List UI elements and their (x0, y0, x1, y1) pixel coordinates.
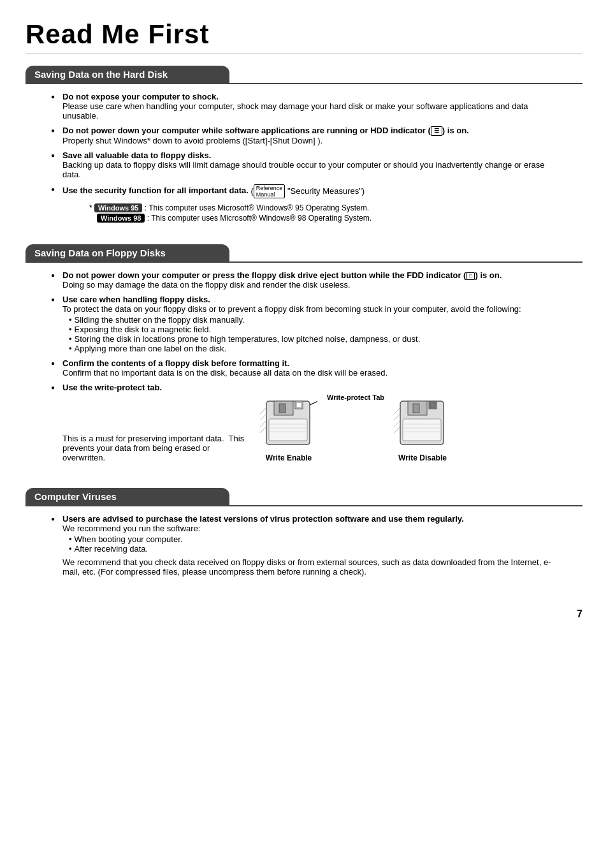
virus-extra-body: We recommend that you check data receive… (62, 557, 563, 577)
write-disable-svg (394, 395, 451, 449)
floppy-images: Write-protect Tab Write Enable (260, 395, 451, 462)
write-protect-text: This is a must for preserving important … (62, 434, 254, 462)
svg-line-25 (394, 420, 400, 427)
reference-icon: ReferenceManual (254, 184, 286, 198)
windows98-badge: Windows 98 (97, 214, 145, 223)
bullet-title: Users are advised to purchase the latest… (62, 514, 464, 524)
windows95-text: : This computer uses Microsoft® Windows®… (145, 203, 369, 212)
write-enable-label: Write Enable (260, 453, 317, 462)
section-floppy-header: Saving Data on Floppy Disks (25, 244, 229, 261)
list-item: Confirm the contents of a floppy disk be… (51, 358, 563, 378)
viruses-sub-bullets: When booting your computer. After receiv… (62, 534, 563, 554)
write-enable-diagram: Write-protect Tab (260, 395, 317, 451)
svg-line-12 (260, 427, 266, 433)
list-item: Save all valuable data to floppy disks. … (51, 151, 563, 179)
page-number: 7 (25, 608, 583, 620)
write-disable-diagram (394, 395, 451, 451)
svg-rect-17 (403, 419, 441, 441)
list-item: Do not power down your computer or press… (51, 270, 563, 290)
section-hard-disk-header: Saving Data on the Hard Disk (25, 66, 229, 83)
svg-line-13 (310, 400, 317, 405)
bullet-title: Use care when handling floppy disks. (62, 295, 210, 304)
floppy-bullets: Do not power down your computer or press… (51, 270, 563, 462)
bullet-body: We recommend you run the software: (62, 524, 201, 533)
section-viruses-header: Computer Viruses (25, 488, 229, 505)
svg-line-11 (260, 420, 266, 427)
svg-line-10 (260, 414, 266, 420)
svg-line-26 (394, 427, 400, 433)
windows98-note: Windows 98 : This computer uses Microsof… (89, 214, 563, 223)
svg-line-23 (394, 408, 400, 414)
bullet-title: Use the security function for all import… (62, 186, 249, 196)
bullet-body: Backing up data to floppy disks will lim… (62, 160, 545, 179)
svg-rect-8 (296, 402, 301, 408)
bullet-body: Doing so may damage the data on the flop… (62, 280, 351, 290)
list-item: When booting your computer. (69, 534, 563, 544)
section-computer-viruses: Computer Viruses Users are advised to pu… (25, 488, 583, 589)
section-floppy-disks: Saving Data on Floppy Disks Do not power… (25, 244, 583, 475)
bullet-title: Do not power down your computer or press… (62, 270, 502, 280)
write-enable-svg (260, 395, 317, 449)
svg-rect-22 (430, 402, 435, 408)
list-item: After receiving data. (69, 544, 563, 554)
bullet-title: Save all valuable data to floppy disks. (62, 151, 211, 160)
bullet-body: To protect the data on your floppy disks… (62, 304, 521, 314)
list-item: Use the security function for all import… (51, 184, 563, 198)
bullet-body: Confirm that no important data is on the… (62, 368, 387, 378)
bullet-title: Do not power down your computer while so… (62, 126, 469, 135)
list-item: Users are advised to purchase the latest… (51, 514, 563, 577)
bullet-body: Properly shut Windows* down to avoid pro… (62, 136, 322, 145)
list-item: Applying more than one label on the disk… (69, 344, 563, 353)
svg-rect-16 (413, 404, 419, 413)
windows95-badge: Windows 95 (94, 203, 142, 212)
windows-notes: * Windows 95 : This computer uses Micros… (51, 203, 563, 223)
bullet-title: Use the write-protect tab. (62, 383, 162, 392)
list-item: Use the write-protect tab. This is a mus… (51, 383, 563, 462)
write-disable-label: Write Disable (394, 453, 451, 462)
svg-line-9 (260, 408, 266, 414)
viruses-bullets: Users are advised to purchase the latest… (51, 514, 563, 577)
write-disable-item: Write Disable (394, 395, 451, 462)
top-divider (25, 54, 583, 54)
section-hard-disk: Saving Data on the Hard Disk Do not expo… (25, 66, 583, 232)
list-item: Do not power down your computer while so… (51, 126, 563, 145)
svg-line-24 (394, 414, 400, 420)
bullet-body: Please use care when handling your compu… (62, 101, 528, 121)
bullet-title: Do not expose your computer to shock. (62, 92, 219, 101)
list-item: Sliding the shutter on the floppy disk m… (69, 315, 563, 325)
bullet-title: Confirm the contents of a floppy disk be… (62, 358, 289, 368)
section-floppy-body: Do not power down your computer or press… (25, 261, 583, 475)
page-title: Read Me First (25, 19, 583, 50)
fdd-indicator-icon: □ (466, 272, 475, 280)
hdd-indicator-icon: ☰ (431, 126, 442, 136)
windows95-note: * Windows 95 : This computer uses Micros… (89, 203, 563, 212)
list-item: Use care when handling floppy disks. To … (51, 295, 563, 353)
write-enable-item: Write-protect Tab Write Enable (260, 395, 317, 462)
floppy-diagram-area: This is a must for preserving important … (62, 395, 563, 462)
section-hard-disk-body: Do not expose your computer to shock. Pl… (25, 83, 583, 232)
list-item: Exposing the disk to a magnetic field. (69, 325, 563, 334)
section-viruses-body: Users are advised to purchase the latest… (25, 505, 583, 589)
floppy-sub-bullets: Sliding the shutter on the floppy disk m… (62, 315, 563, 353)
list-item: Do not expose your computer to shock. Pl… (51, 92, 563, 121)
svg-rect-3 (269, 419, 307, 441)
bullet-body: (ReferenceManual "Security Measures") (250, 186, 365, 196)
write-protect-tab-label: Write-protect Tab (327, 394, 384, 401)
svg-rect-2 (279, 404, 286, 413)
hard-disk-bullets: Do not expose your computer to shock. Pl… (51, 92, 563, 198)
list-item: Storing the disk in locations prone to h… (69, 334, 563, 344)
windows98-text: : This computer uses Microsoft® Windows®… (147, 214, 372, 223)
